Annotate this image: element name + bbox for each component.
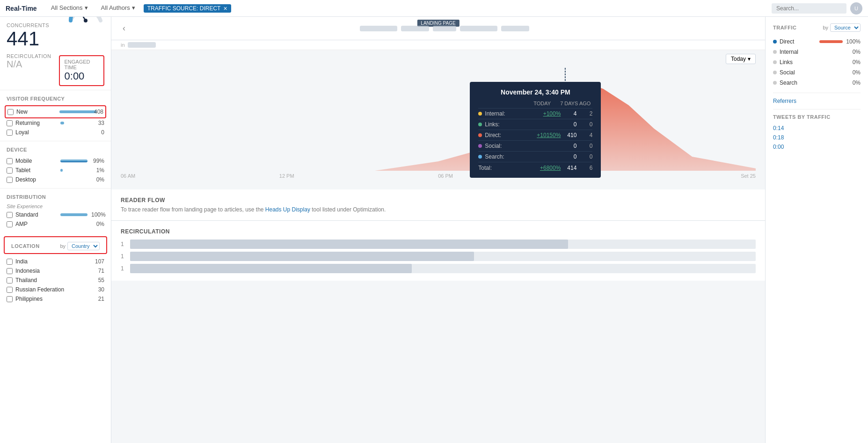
dist-bar-standard (60, 213, 88, 216)
chart-tooltip: November 24, 3:40 PM TODAY 7 DAYS AGO In… (470, 82, 601, 178)
freq-bar-returning (60, 122, 64, 124)
device-checkbox-mobile[interactable] (7, 158, 13, 164)
tweets-row-1: 0:14 (773, 123, 861, 133)
recirculation-value: N/A (7, 59, 51, 70)
dist-count-amp: 0% (91, 221, 104, 227)
freq-checkbox-new[interactable] (7, 109, 14, 115)
device-count-desktop: 0% (91, 176, 104, 183)
device-title: DEVICE (7, 147, 104, 153)
tooltip-dot-social (478, 144, 482, 148)
recirc-row-2: 1 (121, 252, 756, 261)
freq-checkbox-returning[interactable] (7, 120, 13, 126)
content-header: ‹ LANDING PAGE (111, 17, 765, 40)
location-checkbox-indonesia[interactable] (7, 268, 13, 274)
tweets-row-3: 0:00 (773, 142, 861, 152)
location-row-thailand: Thailand 55 (0, 276, 111, 285)
dist-row-amp: AMP 0% (7, 219, 104, 229)
device-bar-mobile (60, 160, 88, 162)
device-count-tablet: 1% (91, 167, 104, 174)
tooltip-dot-direct (478, 133, 482, 137)
device-checkbox-tablet[interactable] (7, 167, 13, 174)
time-labels: 06 AM 12 PM 06 PM Set 25 (121, 172, 756, 180)
tooltip-row-social: Social: 0 0 (478, 140, 592, 151)
source-dropdown[interactable]: Source (830, 23, 861, 32)
nav-tab-sections[interactable]: All Sections ▾ (44, 0, 95, 17)
gauge-chart (67, 17, 104, 22)
engaged-time-value: 0:00 (65, 70, 99, 82)
location-label-indonesia: Indonesia (15, 268, 88, 274)
device-row-desktop: Desktop 0% (7, 175, 104, 184)
nav-tab-authors[interactable]: All Authors ▾ (95, 0, 142, 17)
prev-button[interactable]: ‹ (121, 22, 127, 35)
location-checkbox-russia[interactable] (7, 287, 13, 293)
chart-container: 06 AM 12 PM 06 PM Set 25 November 24, 3:… (121, 68, 756, 189)
top-nav: Real-Time All Sections ▾ All Authors ▾ T… (0, 0, 868, 17)
heads-up-display-link[interactable]: Heads Up Display (265, 206, 310, 213)
location-row-philippines: Philippines 21 (0, 294, 111, 304)
traffic-pct-links: 0% (846, 59, 861, 65)
filter-chip-close-icon[interactable]: × (223, 5, 227, 12)
traffic-row-links: Links 0% (773, 57, 861, 67)
device-label-mobile: Mobile (15, 158, 58, 164)
tooltip-title: November 24, 3:40 PM (478, 88, 592, 96)
engaged-time-box: Engaged Time 0:00 (59, 55, 104, 86)
freq-checkbox-loyal[interactable] (7, 130, 13, 136)
tooltip-dot-internal (478, 112, 482, 116)
dist-count-standard: 100% (91, 211, 104, 218)
device-bar-tablet (60, 169, 63, 172)
new-row-highlight: New 408 (5, 105, 106, 118)
divider-1 (773, 93, 861, 93)
freq-row-new: New 408 (7, 107, 103, 116)
dist-label-amp: AMP (15, 221, 58, 227)
traffic-row-direct: Direct 100% (773, 36, 861, 47)
traffic-label-social: Social (780, 69, 817, 76)
location-count-thailand: 55 (91, 277, 104, 283)
dist-checkbox-standard[interactable] (7, 212, 13, 218)
traffic-dot-search-rp (773, 81, 777, 85)
recirc-row-1: 1 (121, 240, 756, 249)
device-section: DEVICE Mobile 99% Tablet 1% Desktop (0, 141, 111, 188)
search-input[interactable] (772, 3, 846, 14)
distribution-section: DISTRIBUTION Site Experience Standard 10… (0, 188, 111, 232)
traffic-row-internal: Internal 0% (773, 47, 861, 57)
traffic-pct-direct: 100% (846, 38, 861, 45)
traffic-label-search: Search (780, 80, 817, 86)
title-blur-5 (501, 26, 529, 31)
site-experience-label: Site Experience (7, 203, 104, 209)
in-blur (128, 42, 156, 48)
location-checkbox-thailand[interactable] (7, 277, 13, 283)
in-label: in (121, 42, 125, 48)
svg-point-1 (84, 19, 88, 22)
location-checkbox-india[interactable] (7, 259, 13, 265)
freq-row-loyal: Loyal 0 (7, 128, 104, 137)
traffic-title: TRAFFIC (773, 25, 797, 30)
location-label-russia: Russian Federation (15, 286, 88, 293)
location-dropdown[interactable]: Country (67, 242, 100, 250)
reader-flow-section: READER FLOW To trace reader flow from la… (111, 189, 765, 221)
tweets-row-2: 0:18 (773, 133, 861, 142)
title-blur-2 (401, 26, 429, 31)
tweets-time-2: 0:18 (773, 134, 784, 141)
today-button[interactable]: Today ▾ (726, 54, 756, 64)
dist-checkbox-amp[interactable] (7, 221, 13, 227)
tweets-title: TWEETS BY TRAFFIC (773, 114, 861, 120)
location-count-philippines: 21 (91, 296, 104, 302)
tooltip-dot-search (478, 155, 482, 159)
main-content: ‹ LANDING PAGE in Today ▾ (111, 17, 765, 443)
dist-label-standard: Standard (15, 211, 58, 218)
device-checkbox-desktop[interactable] (7, 177, 13, 183)
location-checkbox-philippines[interactable] (7, 296, 13, 302)
freq-row-returning: Returning 33 (7, 118, 104, 128)
title-blur-3 (433, 26, 456, 31)
referrers-link[interactable]: Referrers (773, 98, 861, 104)
traffic-row-search: Search 0% (773, 78, 861, 88)
location-count-indonesia: 71 (91, 268, 104, 274)
freq-label-returning: Returning (15, 120, 58, 126)
page-title-area (133, 26, 756, 31)
visitor-frequency-title: VISITOR FREQUENCY (7, 96, 104, 102)
engaged-time-label: Engaged Time (65, 59, 99, 70)
filter-chip-traffic[interactable]: TRAFFIC SOURCE: DIRECT × (144, 4, 231, 13)
location-section: LOCATION by Country India 107 Indonesia (0, 236, 111, 304)
device-row-mobile: Mobile 99% (7, 156, 104, 166)
traffic-bar-direct (819, 40, 843, 43)
